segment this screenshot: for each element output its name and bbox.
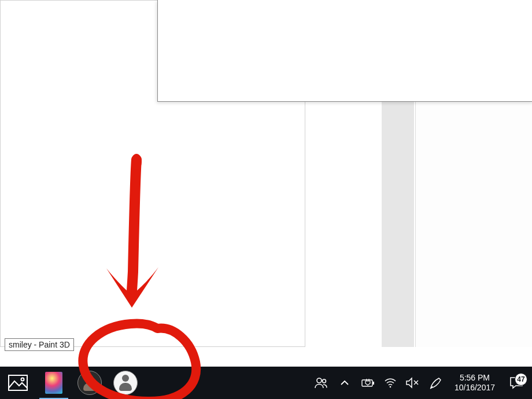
- battery-plugged-icon: [361, 377, 375, 389]
- clock-date: 10/16/2017: [455, 383, 495, 393]
- action-center-button[interactable]: 47: [501, 375, 532, 390]
- volume-muted-icon: [405, 376, 419, 389]
- people-button[interactable]: [310, 367, 332, 399]
- side-panel-right: [415, 102, 532, 347]
- avatar-icon: [113, 371, 138, 395]
- chevron-up-icon: [340, 378, 349, 387]
- taskbar-pinned-contact-2[interactable]: [108, 367, 143, 399]
- taskbar-tooltip: smiley - Paint 3D: [5, 338, 74, 351]
- avatar-icon: [77, 371, 102, 395]
- taskbar-clock[interactable]: 5:56 PM 10/16/2017: [449, 373, 501, 393]
- wifi-icon: [384, 376, 397, 389]
- windows-ink-button[interactable]: [423, 367, 449, 399]
- taskbar-app-photos[interactable]: [0, 367, 36, 399]
- paint3d-icon: [45, 372, 62, 394]
- notification-badge: 47: [515, 373, 527, 386]
- volume-button[interactable]: [401, 367, 423, 399]
- system-tray: 5:56 PM 10/16/2017 47: [310, 367, 532, 399]
- svg-rect-5: [372, 382, 374, 385]
- foreground-window[interactable]: [157, 0, 532, 102]
- taskbar-app-paint3d[interactable]: [36, 367, 72, 399]
- side-panel: [382, 102, 414, 347]
- svg-point-1: [21, 378, 24, 381]
- people-icon: [314, 376, 328, 390]
- photos-icon: [8, 373, 28, 393]
- show-hidden-icons-button[interactable]: [332, 367, 357, 399]
- svg-rect-0: [9, 375, 27, 390]
- pen-icon: [428, 375, 444, 390]
- clock-time: 5:56 PM: [460, 373, 490, 383]
- battery-button[interactable]: [357, 367, 379, 399]
- taskbar: 5:56 PM 10/16/2017 47: [0, 367, 532, 399]
- svg-point-2: [317, 378, 322, 383]
- svg-point-6: [390, 386, 391, 388]
- svg-point-3: [322, 379, 326, 383]
- taskbar-pinned-contact-1[interactable]: [72, 367, 108, 399]
- wifi-button[interactable]: [379, 367, 401, 399]
